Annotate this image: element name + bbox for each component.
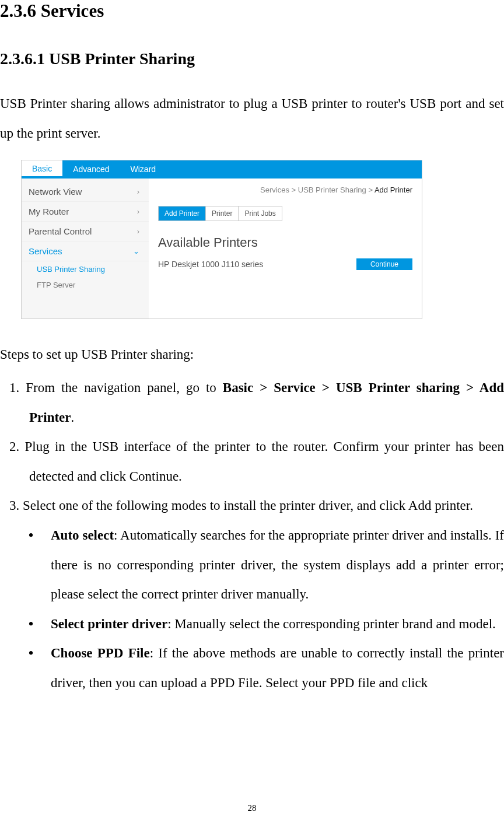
breadcrumb-sep: > [366,186,374,194]
sidebar-sub-ftp-server[interactable]: FTP Server [22,277,149,293]
bullet-bold: Auto select [51,528,114,542]
breadcrumb-part: USB Printer Sharing [298,186,366,194]
main-panel: Services > USB Printer Sharing > Add Pri… [149,178,422,318]
page-number: 28 [0,803,504,813]
sidebar-item-network-view[interactable]: Network View › [22,182,149,202]
heading-usb-printer-sharing: 2.3.6.1 USB Printer Sharing [0,50,504,68]
step-3: Select one of the following modes to ins… [0,491,504,521]
printer-name: HP Deskjet 1000 J110 series [158,260,263,269]
bullet-auto-select: Auto select: Automatically searches for … [0,521,504,610]
chevron-down-icon: ⌄ [133,247,139,256]
breadcrumb-part: Services [260,186,289,194]
step-2: Plug in the USB interface of the printer… [0,432,504,491]
bullet-select-printer-driver: Select printer driver: Manually select t… [0,610,504,639]
step-text: . [71,410,75,425]
subtab-printer[interactable]: Printer [206,206,239,220]
step-1: From the navigation panel, go to Basic >… [0,373,504,432]
step-text: From the navigation panel, go to [26,380,223,395]
router-ui-screenshot: Basic Advanced Wizard Network View › My … [21,160,422,319]
top-nav-tabs: Basic Advanced Wizard [22,160,422,178]
sub-tabs: Add Printer Printer Print Jobs [158,206,282,221]
heading-services: 2.3.6 Services [0,0,504,22]
tab-wizard[interactable]: Wizard [120,160,167,177]
tab-advanced[interactable]: Advanced [62,160,120,177]
subtab-add-printer[interactable]: Add Printer [159,206,206,220]
sidebar-sub-usb-printer-sharing[interactable]: USB Printer Sharing [22,261,149,277]
sidebar-label: Parental Control [29,226,92,236]
sidebar: Network View › My Router › Parental Cont… [22,178,149,318]
bullet-choose-ppd-file: Choose PPD File: If the above methods ar… [0,639,504,698]
breadcrumb-current: Add Printer [374,186,412,194]
sidebar-item-parental-control[interactable]: Parental Control › [22,222,149,242]
steps-intro: Steps to set up USB Printer sharing: [0,340,504,370]
bullet-list: Auto select: Automatically searches for … [0,521,504,698]
chevron-right-icon: › [137,187,139,196]
bullet-bold: Choose PPD File [51,646,150,660]
sidebar-label: Services [29,246,62,256]
bullet-bold: Select printer driver [51,617,167,631]
tab-basic[interactable]: Basic [22,160,62,177]
breadcrumb-sep: > [289,186,298,194]
printer-row: HP Deskjet 1000 J110 series Continue [158,256,412,272]
chevron-right-icon: › [137,207,139,216]
steps-list: From the navigation panel, go to Basic >… [0,373,504,521]
sidebar-label: My Router [29,206,69,216]
continue-button[interactable]: Continue [356,258,412,270]
sidebar-item-my-router[interactable]: My Router › [22,202,149,222]
available-printers-heading: Available Printers [158,235,412,250]
bullet-text: : Manually select the corresponding prin… [167,617,496,631]
step-text: Plug in the USB interface of the printer… [25,439,505,484]
sidebar-item-services[interactable]: Services ⌄ [22,242,149,261]
sidebar-label: Network View [29,187,82,197]
chevron-right-icon: › [137,227,139,236]
bullet-text: : Automatically searches for the appropr… [51,528,504,601]
step-text: Select one of the following modes to ins… [23,498,473,513]
intro-paragraph: USB Printer sharing allows administrator… [0,89,504,148]
breadcrumb: Services > USB Printer Sharing > Add Pri… [158,186,412,194]
subtab-print-jobs[interactable]: Print Jobs [239,206,281,220]
